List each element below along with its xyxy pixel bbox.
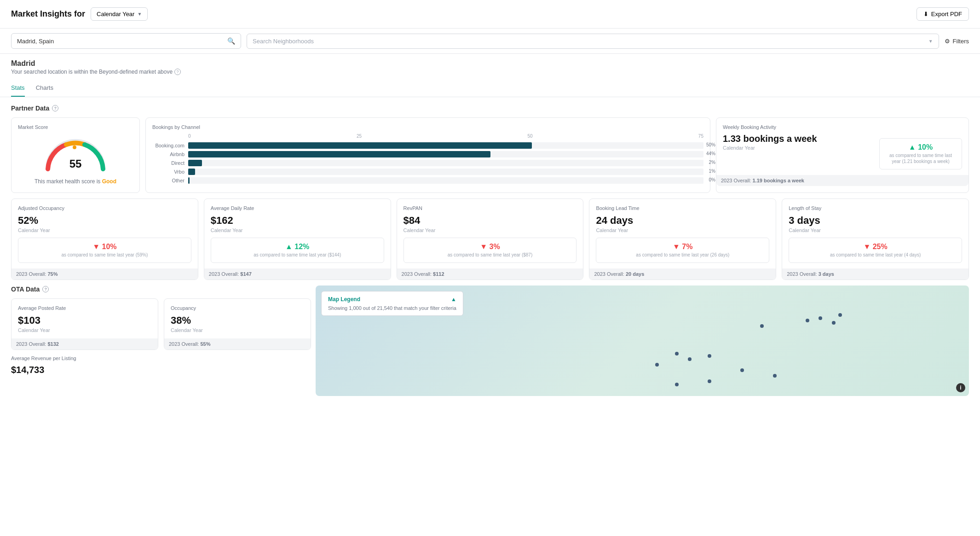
avg-posted-rate-card: Average Posted Rate $103 Calendar Year 2… — [11, 298, 158, 350]
weekly-booking-compare-pct: ▲ 10% — [886, 143, 955, 151]
map-dot — [838, 313, 842, 317]
ota-occupancy-card: Occupancy 38% Calendar Year 2023 Overall… — [164, 298, 311, 350]
neighborhoods-search[interactable]: Search Neighborhoods ▼ — [247, 34, 939, 49]
revpan-value: $84 — [404, 215, 577, 227]
ota-occ-value: 38% — [171, 315, 304, 326]
map-legend-title: Map Legend — [328, 296, 360, 303]
avg-revenue-section: Average Revenue per Listing $14,733 — [11, 355, 310, 375]
los-compare-label: as compared to same time last year (4 da… — [796, 252, 955, 258]
chevron-down-icon: ▼ — [137, 12, 142, 17]
ota-cards: Average Posted Rate $103 Calendar Year 2… — [11, 298, 310, 350]
search-icon: 🔍 — [227, 37, 235, 45]
apr-overall: 2023 Overall: $132 — [12, 338, 158, 350]
weekly-booking-sub: Calendar Year — [723, 145, 874, 151]
avg-revenue-value: $14,733 — [11, 365, 310, 375]
bar-row-airbnb: Airbnb 44% — [152, 151, 703, 157]
adjusted-occupancy-card: Adjusted Occupancy 52% Calendar Year ▼ 1… — [11, 198, 198, 280]
revpan-compare-label: as compared to same time last year ($87) — [410, 252, 570, 258]
partner-data-info-icon[interactable]: ? — [52, 105, 58, 111]
market-score-description: This market health score is Good — [18, 178, 133, 185]
revpan-card: RevPAN $84 Calendar Year ▼ 3% as compare… — [397, 198, 584, 280]
los-value: 3 days — [789, 215, 962, 227]
bar-row-booking: Booking.com 50% — [152, 142, 703, 149]
adj-occ-sub: Calendar Year — [18, 227, 191, 233]
blt-compare-label: as compared to same time last year (26 d… — [603, 252, 762, 258]
blt-sub: Calendar Year — [596, 227, 769, 233]
ota-occ-title: Occupancy — [171, 305, 304, 311]
map-dot — [819, 316, 822, 320]
booking-lead-time-card: Booking Lead Time 24 days Calendar Year … — [589, 198, 776, 280]
adr-overall: 2023 Overall: $147 — [204, 268, 391, 280]
adr-compare-label: as compared to same time last year ($144… — [218, 252, 377, 258]
filters-label: Filters — [953, 38, 969, 45]
adj-occ-overall: 2023 Overall: 75% — [12, 268, 198, 280]
bar-row-vrbo: Vrbo 1% — [152, 169, 703, 175]
avg-revenue-title: Average Revenue per Listing — [11, 355, 310, 361]
chevron-down-icon: ▼ — [928, 39, 933, 44]
tab-stats[interactable]: Stats — [11, 80, 25, 97]
apr-title: Average Posted Rate — [18, 305, 151, 311]
map-dot — [708, 379, 711, 383]
los-title: Length of Stay — [789, 205, 962, 211]
map-dot — [806, 319, 809, 322]
calendar-year-dropdown[interactable]: Calendar Year ▼ — [91, 7, 148, 21]
ota-data-header: OTA Data ? — [11, 285, 310, 293]
info-icon[interactable]: ? — [174, 69, 181, 75]
map-dot — [760, 324, 764, 328]
dropdown-label: Calendar Year — [97, 11, 134, 17]
map-dot — [655, 363, 659, 367]
page-title: Market Insights for — [11, 9, 85, 19]
neighborhoods-placeholder: Search Neighborhoods — [253, 38, 314, 45]
export-pdf-button[interactable]: ⬇ Export PDF — [917, 7, 969, 21]
ota-occ-overall: 2023 Overall: 55% — [164, 338, 311, 350]
weekly-booking-compare-label: as compared to same time last year (1.21… — [886, 152, 955, 164]
ota-info-icon[interactable]: ? — [42, 286, 49, 292]
ota-data-label: OTA Data — [11, 285, 40, 293]
blt-value: 24 days — [596, 215, 769, 227]
blt-compare: ▼ 7% as compared to same time last year … — [596, 238, 769, 263]
partner-data-label: Partner Data — [11, 105, 49, 112]
filters-button[interactable]: ⚙ Filters — [945, 38, 969, 45]
market-score-card: Market Score 55 — [11, 117, 140, 193]
weekly-booking-compare: ▲ 10% as compared to same time last year… — [879, 138, 962, 169]
adr-title: Average Daily Rate — [211, 205, 384, 211]
location-name: Madrid — [11, 59, 969, 68]
map-area: Map Legend ▲ Showing 1,000 out of 21,540… — [310, 285, 969, 396]
adr-value: $162 — [211, 215, 384, 227]
bar-chart: Booking.com 50% Airbnb 44% Direct — [152, 142, 703, 184]
revpan-overall: 2023 Overall: $112 — [397, 268, 583, 280]
location-value: Madrid, Spain — [17, 38, 54, 45]
bar-row-direct: Direct 2% — [152, 160, 703, 166]
market-score-title: Market Score — [18, 124, 133, 130]
apr-sub: Calendar Year — [18, 327, 151, 333]
download-icon: ⬇ — [923, 11, 928, 17]
blt-title: Booking Lead Time — [596, 205, 769, 211]
ota-occ-sub: Calendar Year — [171, 327, 304, 333]
bar-axis: 0 25 50 75 — [152, 134, 703, 139]
los-overall: 2023 Overall: 3 days — [782, 268, 968, 280]
main-content: Partner Data ? Market Score — [0, 97, 980, 403]
adj-occ-compare-pct: ▼ 10% — [25, 243, 184, 251]
market-score-rating: Good — [102, 178, 116, 185]
svg-text:55: 55 — [69, 157, 82, 170]
map-info-icon[interactable]: i — [956, 383, 965, 392]
map-legend-header: Map Legend ▲ — [328, 296, 456, 303]
gauge-chart: 55 — [43, 134, 108, 171]
bar-row-other: Other 0% — [152, 177, 703, 184]
bookings-by-channel-card: Bookings by Channel 0 25 50 75 Booking.c… — [145, 117, 710, 193]
adj-occ-title: Adjusted Occupancy — [18, 205, 191, 211]
svg-point-0 — [73, 146, 76, 149]
revpan-compare: ▼ 3% as compared to same time last year … — [404, 238, 577, 263]
tab-charts[interactable]: Charts — [36, 80, 53, 97]
chevron-up-icon[interactable]: ▲ — [451, 296, 456, 303]
revpan-compare-pct: ▼ 3% — [410, 243, 570, 251]
map-dot — [675, 383, 679, 386]
map-dot — [708, 354, 711, 358]
partner-data-header: Partner Data ? — [11, 105, 969, 112]
weekly-booking-overall: 2023 Overall: 1.19 bookings a week — [716, 175, 968, 186]
location-search[interactable]: Madrid, Spain 🔍 — [11, 33, 241, 49]
los-sub: Calendar Year — [789, 227, 962, 233]
map-dot — [675, 352, 679, 355]
header: Market Insights for Calendar Year ▼ ⬇ Ex… — [0, 0, 980, 29]
location-sub: Your searched location is within the Bey… — [11, 69, 969, 75]
